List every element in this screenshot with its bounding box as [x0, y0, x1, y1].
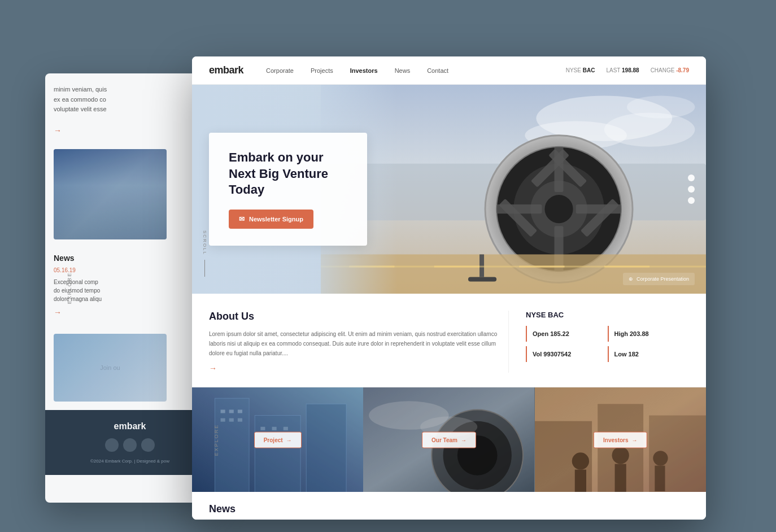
nav-news[interactable]: News	[395, 67, 411, 74]
stock-ticker-bar: NYSE BAC LAST 198.88 CHANGE -8.79	[566, 67, 689, 73]
project-arrow-icon: →	[286, 437, 292, 443]
scroll-line	[204, 260, 205, 277]
hero-carousel-dots	[688, 175, 695, 204]
stock-nyse-label: NYSE BAC	[566, 67, 595, 73]
investors-arrow-icon: →	[632, 437, 638, 443]
explore-label: Explore	[213, 424, 219, 456]
about-left: About Us Lorem ipsum dolor sit amet, con…	[209, 311, 508, 373]
about-section: About Us Lorem ipsum dolor sit amet, con…	[192, 294, 706, 387]
stock-high-value: High 203.88	[614, 330, 684, 337]
nav-investors[interactable]: Investors	[350, 67, 378, 74]
bottom-section: Explore	[192, 387, 706, 492]
scroll-text: Scroll	[202, 230, 207, 255]
main-card: embark Corporate Projects Investors News…	[192, 56, 706, 520]
project-button[interactable]: Project →	[254, 431, 302, 448]
logo[interactable]: embark	[209, 64, 243, 76]
corp-presentation-link[interactable]: ⊕ Corporate Presentation	[623, 273, 695, 285]
bottom-grid: Project →	[192, 387, 706, 492]
download-icon: ⊕	[629, 276, 633, 282]
back-card-explore-label: Explore	[67, 272, 72, 304]
about-right-stock: NYSE BAC Open 185.22 High 203.88 Vol 993…	[508, 311, 689, 373]
nav-contact[interactable]: Contact	[427, 67, 448, 74]
grid-investors[interactable]: Investors →	[535, 387, 706, 492]
corp-presentation-label: Corporate Presentation	[637, 276, 689, 282]
stock-grid: Open 185.22 High 203.88 Vol 99307542 Low…	[526, 326, 689, 367]
about-title: About Us	[209, 311, 508, 322]
hero-dot-2[interactable]	[688, 186, 695, 193]
nav-corporate[interactable]: Corporate	[266, 67, 294, 74]
investors-button[interactable]: Investors →	[594, 431, 647, 448]
back-card-social-circles	[54, 438, 206, 452]
stock-section-title: NYSE BAC	[526, 311, 689, 319]
back-card-arrow[interactable]: →	[45, 126, 215, 143]
stock-high: High 203.88	[608, 326, 690, 342]
navbar: embark Corporate Projects Investors News…	[192, 56, 706, 85]
nav-links: Corporate Projects Investors News Contac…	[266, 67, 566, 74]
stock-open-value: Open 185.22	[533, 330, 602, 337]
svg-rect-24	[434, 265, 479, 267]
stock-last: LAST 198.88	[606, 67, 639, 73]
back-card-footer: embark ©2024 Embark Corp. | Designed & p…	[45, 410, 215, 475]
svg-rect-25	[519, 265, 564, 267]
nav-projects[interactable]: Projects	[311, 67, 333, 74]
scroll-indicator: Scroll	[202, 230, 207, 277]
news-section-title: News	[209, 503, 689, 515]
team-btn-label: Our Team	[431, 437, 457, 443]
back-card-text: minim veniam, quis ex ea commodo co volu…	[45, 73, 215, 126]
svg-point-4	[626, 95, 694, 118]
back-card: Explore minim veniam, quis ex ea commodo…	[45, 73, 215, 503]
stock-vol-value: Vol 99307542	[533, 351, 602, 357]
hero-section: Embark on your Next Big Venture Today ✉ …	[192, 85, 706, 294]
back-card-img2: Join ou	[54, 334, 167, 402]
newsletter-btn-label: Newsletter Signup	[249, 216, 303, 223]
social-circle-3[interactable]	[141, 438, 155, 452]
back-card-news-title: News	[45, 245, 215, 267]
back-card-copyright: ©2024 Embark Corp. | Designed & pow	[54, 459, 206, 464]
about-text: Lorem ipsum dolor sit amet, consectetur …	[209, 329, 508, 358]
svg-rect-26	[604, 265, 649, 267]
hero-card: Embark on your Next Big Venture Today ✉ …	[209, 133, 367, 246]
svg-rect-21	[468, 277, 496, 282]
stock-open: Open 185.22	[526, 326, 608, 342]
our-team-button[interactable]: Our Team →	[422, 431, 476, 448]
back-card-news-arrow[interactable]: →	[45, 303, 215, 325]
stock-change: CHANGE -8.79	[651, 67, 689, 73]
email-icon: ✉	[239, 215, 245, 223]
social-circle-2[interactable]	[123, 438, 137, 452]
hero-title: Embark on your Next Big Venture Today	[229, 150, 347, 198]
grid-our-team[interactable]: Our Team →	[363, 387, 534, 492]
news-section: News	[192, 492, 706, 520]
hero-dot-3[interactable]	[688, 197, 695, 204]
about-read-more[interactable]: →	[209, 364, 508, 373]
stock-low-value: Low 182	[614, 351, 684, 357]
team-arrow-icon: →	[461, 437, 467, 443]
back-card-building-image	[54, 149, 167, 239]
stock-vol: Vol 99307542	[526, 346, 608, 362]
stock-low: Low 182	[608, 346, 690, 362]
back-card-footer-logo: embark	[54, 421, 206, 431]
project-btn-label: Project	[264, 437, 283, 443]
social-circle-1[interactable]	[105, 438, 119, 452]
investors-btn-label: Investors	[603, 437, 628, 443]
newsletter-button[interactable]: ✉ Newsletter Signup	[229, 210, 313, 229]
svg-point-10	[544, 195, 573, 223]
hero-dot-1[interactable]	[688, 175, 695, 181]
